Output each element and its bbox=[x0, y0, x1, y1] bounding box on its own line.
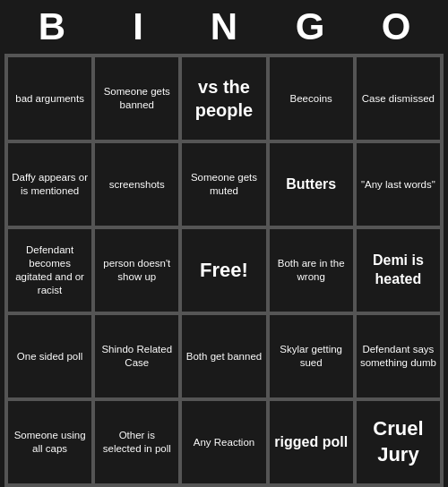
bingo-cell-22[interactable]: Any Reaction bbox=[180, 399, 267, 485]
bingo-cell-17[interactable]: Both get banned bbox=[180, 313, 267, 399]
bingo-cell-24[interactable]: Cruel Jury bbox=[355, 399, 442, 485]
bingo-cell-8[interactable]: Butters bbox=[268, 141, 355, 227]
bingo-cell-20[interactable]: Someone using all caps bbox=[6, 399, 93, 485]
bingo-cell-11[interactable]: person doesn't show up bbox=[93, 227, 180, 313]
bingo-cell-19[interactable]: Defendant says something dumb bbox=[355, 313, 442, 399]
bingo-cell-5[interactable]: Daffy appears or is mentioned bbox=[6, 141, 93, 227]
bingo-cell-4[interactable]: Case dismissed bbox=[355, 56, 442, 141]
bingo-cell-7[interactable]: Someone gets muted bbox=[180, 141, 267, 227]
bingo-cell-10[interactable]: Defendant becomes agitated and or racist bbox=[6, 227, 93, 313]
bingo-cell-12[interactable]: Free! bbox=[180, 227, 267, 313]
letter-b: B bbox=[16, 5, 88, 48]
bingo-cell-21[interactable]: Other is selected in poll bbox=[93, 399, 180, 485]
bingo-cell-6[interactable]: screenshots bbox=[93, 141, 180, 227]
bingo-cell-16[interactable]: Shindo Related Case bbox=[93, 313, 180, 399]
bingo-cell-9[interactable]: "Any last words" bbox=[355, 141, 442, 227]
bingo-cell-3[interactable]: Beecoins bbox=[268, 56, 355, 141]
bingo-cell-15[interactable]: One sided poll bbox=[6, 313, 93, 399]
bingo-cell-1[interactable]: Someone gets banned bbox=[93, 56, 180, 141]
letter-n: N bbox=[188, 5, 260, 48]
letter-g: G bbox=[274, 5, 346, 48]
bingo-cell-23[interactable]: rigged poll bbox=[268, 399, 355, 485]
letter-o: O bbox=[360, 5, 432, 48]
letter-i: I bbox=[102, 5, 174, 48]
bingo-cell-13[interactable]: Both are in the wrong bbox=[268, 227, 355, 313]
bingo-cell-14[interactable]: Demi is heated bbox=[355, 227, 442, 313]
bingo-cell-18[interactable]: Skylar getting sued bbox=[268, 313, 355, 399]
bingo-grid: bad argumentsSomeone gets bannedvs the p… bbox=[4, 54, 444, 487]
bingo-cell-2[interactable]: vs the people bbox=[180, 56, 267, 141]
bingo-title: B I N G O bbox=[0, 0, 448, 54]
bingo-cell-0[interactable]: bad arguments bbox=[6, 56, 93, 141]
